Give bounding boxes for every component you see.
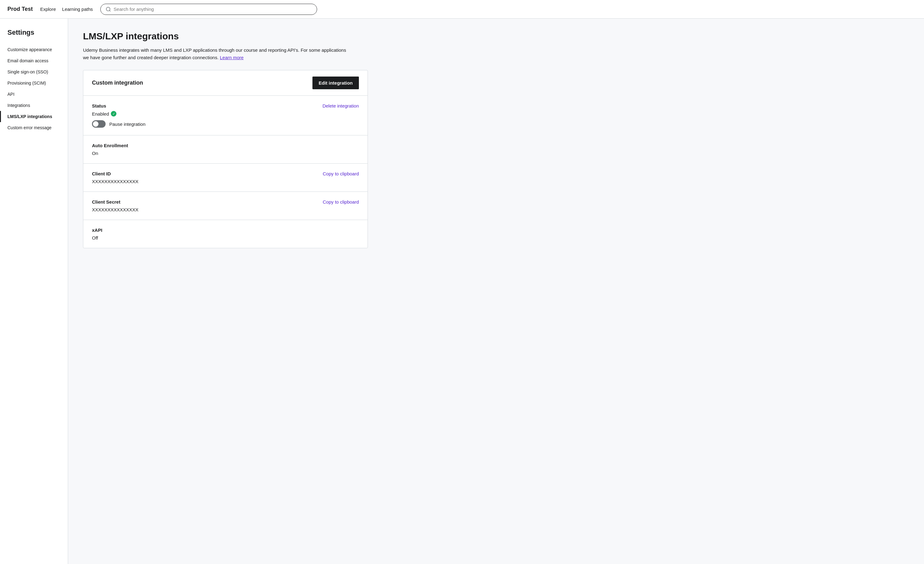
- xapi-value: Off: [92, 235, 359, 241]
- sidebar-title: Settings: [0, 29, 68, 44]
- client-secret-right: Copy to clipboard: [322, 199, 359, 205]
- sidebar-item-customize-appearance[interactable]: Customize appearance: [0, 44, 68, 55]
- client-id-section: Client ID XXXXXXXXXXXXXXX Copy to clipbo…: [83, 164, 368, 192]
- learn-more-link[interactable]: Learn more: [220, 55, 244, 60]
- nav-learning-paths[interactable]: Learning paths: [62, 6, 93, 12]
- pause-integration-toggle[interactable]: [92, 120, 106, 128]
- page-title: LMS/LXP integrations: [83, 31, 909, 42]
- edit-integration-button[interactable]: Edit integration: [312, 77, 359, 89]
- sidebar-item-single-sign-on[interactable]: Single sign-on (SSO): [0, 66, 68, 77]
- svg-point-0: [106, 7, 110, 11]
- client-id-left: Client ID XXXXXXXXXXXXXXX: [92, 171, 315, 184]
- svg-line-1: [109, 10, 110, 11]
- sidebar-item-custom-error-message[interactable]: Custom error message: [0, 122, 68, 133]
- client-id-label: Client ID: [92, 171, 315, 176]
- card-header: Custom integration Edit integration: [83, 70, 368, 96]
- page-desc-text: Udemy Business integrates with many LMS …: [83, 47, 346, 60]
- copy-client-id-button[interactable]: Copy to clipboard: [322, 171, 359, 176]
- brand-logo: Prod Test: [8, 6, 33, 12]
- toggle-track: [92, 120, 106, 128]
- client-secret-label: Client Secret: [92, 199, 315, 205]
- client-id-value: XXXXXXXXXXXXXXX: [92, 179, 315, 184]
- copy-client-secret-button[interactable]: Copy to clipboard: [322, 199, 359, 205]
- auto-enrollment-left: Auto Enrollment On: [92, 143, 359, 156]
- auto-enrollment-value: On: [92, 150, 359, 156]
- search-icon: [106, 6, 111, 12]
- client-secret-value: XXXXXXXXXXXXXXX: [92, 207, 315, 212]
- pause-toggle-row: Pause integration: [92, 120, 315, 128]
- sidebar-item-provisioning-scim[interactable]: Provisioning (SCIM): [0, 77, 68, 89]
- auto-enrollment-section: Auto Enrollment On: [83, 135, 368, 164]
- main-content: LMS/LXP integrations Udemy Business inte…: [68, 19, 924, 564]
- xapi-label: xAPI: [92, 227, 359, 233]
- status-left: Status Enabled ✓ Pause integration: [92, 103, 315, 128]
- sidebar-item-email-domain-access[interactable]: Email domain access: [0, 55, 68, 66]
- sidebar-item-api[interactable]: API: [0, 89, 68, 100]
- status-section: Status Enabled ✓ Pause integration: [83, 96, 368, 135]
- auto-enrollment-label: Auto Enrollment: [92, 143, 359, 148]
- sidebar-item-lms-lxp-integrations[interactable]: LMS/LXP integrations: [0, 111, 68, 122]
- xapi-left: xAPI Off: [92, 227, 359, 241]
- custom-integration-card: Custom integration Edit integration Stat…: [83, 70, 368, 248]
- status-right: Delete integration: [322, 103, 359, 108]
- enabled-text: Enabled: [92, 111, 109, 117]
- pause-integration-label: Pause integration: [109, 122, 146, 127]
- client-secret-left: Client Secret XXXXXXXXXXXXXXX: [92, 199, 315, 212]
- client-secret-section: Client Secret XXXXXXXXXXXXXXX Copy to cl…: [83, 192, 368, 220]
- status-label: Status: [92, 103, 315, 108]
- nav-links: Explore Learning paths: [40, 6, 93, 12]
- card-body: Status Enabled ✓ Pause integration: [83, 96, 368, 248]
- status-enabled-row: Enabled ✓: [92, 111, 315, 117]
- delete-integration-button[interactable]: Delete integration: [322, 103, 359, 108]
- sidebar: Settings Customize appearance Email doma…: [0, 19, 68, 564]
- toggle-thumb: [93, 121, 99, 127]
- page-layout: Settings Customize appearance Email doma…: [0, 19, 924, 564]
- page-description: Udemy Business integrates with many LMS …: [83, 47, 349, 62]
- xapi-section: xAPI Off: [83, 220, 368, 248]
- nav-explore[interactable]: Explore: [40, 6, 56, 12]
- search-input[interactable]: [114, 6, 312, 12]
- search-bar: [100, 4, 317, 15]
- sidebar-item-integrations[interactable]: Integrations: [0, 100, 68, 111]
- enabled-check-icon: ✓: [111, 111, 116, 117]
- topnav: Prod Test Explore Learning paths: [0, 0, 924, 19]
- client-id-right: Copy to clipboard: [322, 171, 359, 176]
- card-title: Custom integration: [92, 80, 143, 86]
